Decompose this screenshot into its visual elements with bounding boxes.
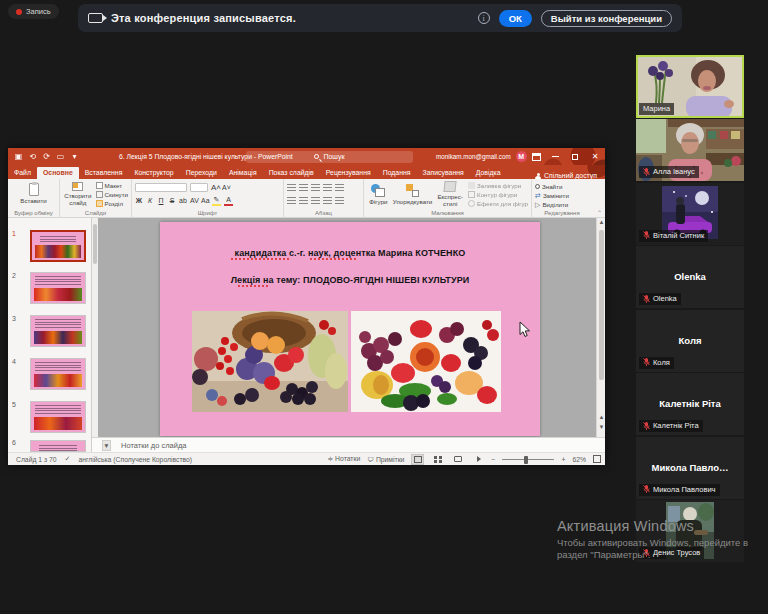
shape-outline-button[interactable]: Контур фігури <box>468 191 528 198</box>
participant-tile-marina[interactable]: Марина <box>636 55 744 118</box>
shrink-font-button[interactable]: A˅ <box>222 184 230 191</box>
account-email[interactable]: monikam.mon@gmail.com <box>436 153 511 160</box>
current-slide[interactable]: кандидатка с.-г. наук, доцентка Марина К… <box>160 222 540 436</box>
slide-vertical-scrollbar[interactable]: ▲ ▲ ▼ ▼ <box>596 218 605 452</box>
slide-thumbnail-1[interactable] <box>30 230 86 262</box>
italic-button[interactable]: К <box>146 197 154 204</box>
comments-toggle[interactable]: 🗩 Примітки <box>367 456 404 463</box>
bullets-icon[interactable] <box>287 184 296 192</box>
collapse-ribbon-icon[interactable]: ⌃ <box>597 209 602 216</box>
slide-sorter-view-button[interactable] <box>431 454 444 465</box>
quick-styles-button[interactable]: Експрес-стилі <box>435 181 465 207</box>
redo-icon[interactable]: ⟳ <box>42 152 51 161</box>
search-box[interactable]: Пошук <box>246 151 413 163</box>
normal-view-button[interactable] <box>411 454 424 465</box>
align-center-icon[interactable] <box>299 197 308 205</box>
select-button[interactable]: ▷Виділити <box>535 201 589 208</box>
arrange-button[interactable]: Упорядкувати <box>393 184 432 205</box>
restore-button[interactable] <box>565 148 585 165</box>
scroll-up-icon[interactable]: ▲ <box>597 219 606 225</box>
next-slide-icon[interactable]: ▼ <box>597 424 606 430</box>
participant-tile-kolya[interactable]: Коля Коля <box>636 310 744 372</box>
section-button[interactable]: Розділ <box>96 200 128 207</box>
character-spacing-button[interactable]: AV <box>190 197 198 204</box>
reset-button[interactable]: Скинути <box>96 191 128 198</box>
change-case-button[interactable]: Aa <box>201 197 209 204</box>
participant-tile-alla[interactable]: Алла Іванус <box>636 119 744 181</box>
shape-effects-button[interactable]: Ефекти для фігур <box>468 200 528 207</box>
accessibility-icon[interactable]: ✓ <box>65 455 71 463</box>
thumbnail-scrollbar[interactable] <box>92 218 98 452</box>
numbering-icon[interactable] <box>299 184 308 192</box>
align-left-icon[interactable] <box>287 197 296 205</box>
highlight-color-button[interactable]: ✎ <box>212 196 221 205</box>
participant-tile-vitaliy[interactable]: Віталій Ситник <box>636 183 744 245</box>
tab-animations[interactable]: Анімація <box>223 167 263 179</box>
notes-toggle[interactable]: ≑ Нотатки <box>328 455 361 463</box>
replace-button[interactable]: ⇄Замінити <box>535 192 589 199</box>
reading-view-button[interactable] <box>451 454 464 465</box>
participant-tile-mykola[interactable]: Микола Павло… Микола Павлович <box>636 437 744 499</box>
language-indicator[interactable]: англійська (Сполучене Королівство) <box>78 456 192 463</box>
tab-slideshow[interactable]: Показ слайдів <box>263 167 320 179</box>
save-icon[interactable]: ▣ <box>14 152 23 161</box>
tab-help[interactable]: Довідка <box>470 167 507 179</box>
tab-view[interactable]: Подання <box>377 167 417 179</box>
align-right-icon[interactable] <box>311 197 320 205</box>
zoom-out-button[interactable]: − <box>491 456 495 463</box>
bold-button[interactable]: Ж <box>135 197 143 204</box>
indent-decrease-icon[interactable] <box>311 184 320 192</box>
slide-thumbnail-6[interactable] <box>30 440 86 452</box>
fit-slide-icon[interactable] <box>593 455 601 463</box>
tab-file[interactable]: Файл <box>8 167 37 179</box>
tab-transitions[interactable]: Переходи <box>180 167 223 179</box>
indent-increase-icon[interactable] <box>323 184 332 192</box>
slideshow-view-button[interactable] <box>471 454 484 465</box>
zoom-level[interactable]: 62% <box>572 456 586 463</box>
slide-thumbnail-3[interactable] <box>30 315 86 347</box>
info-icon[interactable]: i <box>478 12 490 24</box>
minimize-button[interactable] <box>545 148 565 165</box>
text-shadow-button[interactable]: ab <box>179 197 187 204</box>
shapes-button[interactable]: Фігури <box>367 184 390 205</box>
justify-icon[interactable] <box>323 197 332 205</box>
columns-icon[interactable] <box>335 197 344 205</box>
notes-pane[interactable]: ▾ Нотатки до слайда <box>92 437 605 452</box>
participant-tile-olenka[interactable]: Olenka Olenka <box>636 246 744 308</box>
tab-home[interactable]: Основне <box>37 167 79 179</box>
layout-button[interactable]: Макет <box>96 182 128 189</box>
notes-splitter-icon[interactable]: ▾ <box>102 440 111 451</box>
zoom-in-button[interactable]: + <box>561 456 565 463</box>
font-size-select[interactable] <box>190 183 208 192</box>
account-avatar[interactable]: M <box>516 151 527 162</box>
zoom-slider-handle[interactable] <box>524 456 528 464</box>
leave-meeting-button[interactable]: Выйти из конференции <box>541 10 672 27</box>
font-name-select[interactable] <box>135 183 187 192</box>
tab-record[interactable]: Записування <box>417 167 470 179</box>
quick-access-dropdown-icon[interactable]: ▾ <box>70 152 79 161</box>
new-slide-button[interactable]: Створити слайд <box>63 182 93 206</box>
scroll-thumb[interactable] <box>599 230 604 380</box>
ok-button[interactable]: ОК <box>499 10 532 27</box>
shape-fill-button[interactable]: Заливка фігури <box>468 182 528 189</box>
find-button[interactable]: Знайти <box>535 183 589 190</box>
ribbon-display-options-icon[interactable] <box>532 153 541 161</box>
strikethrough-button[interactable]: S <box>168 197 176 204</box>
close-button[interactable]: ✕ <box>585 148 605 165</box>
slide-thumbnail-5[interactable] <box>30 401 86 433</box>
start-presentation-icon[interactable]: ▭ <box>56 152 65 161</box>
slide-thumbnail-4[interactable] <box>30 358 86 390</box>
font-color-button[interactable]: А <box>224 196 233 205</box>
grow-font-button[interactable]: A˄ <box>211 183 219 192</box>
ppt-titlebar[interactable]: ▣ ⟲ ⟳ ▭ ▾ 6. Лекція 5 Плодово-ягідні ніш… <box>8 148 605 165</box>
undo-icon[interactable]: ⟲ <box>28 152 37 161</box>
zoom-slider[interactable] <box>502 459 554 460</box>
line-spacing-icon[interactable] <box>335 184 344 192</box>
tab-insert[interactable]: Вставлення <box>79 167 129 179</box>
tab-design[interactable]: Конструктор <box>128 167 179 179</box>
paste-button[interactable]: Вставити <box>20 183 46 204</box>
slide-thumbnail-2[interactable] <box>30 272 86 304</box>
share-button[interactable]: Спільний доступ <box>535 172 605 179</box>
previous-slide-icon[interactable]: ▲ <box>597 414 606 420</box>
tab-review[interactable]: Рецензування <box>320 167 377 179</box>
